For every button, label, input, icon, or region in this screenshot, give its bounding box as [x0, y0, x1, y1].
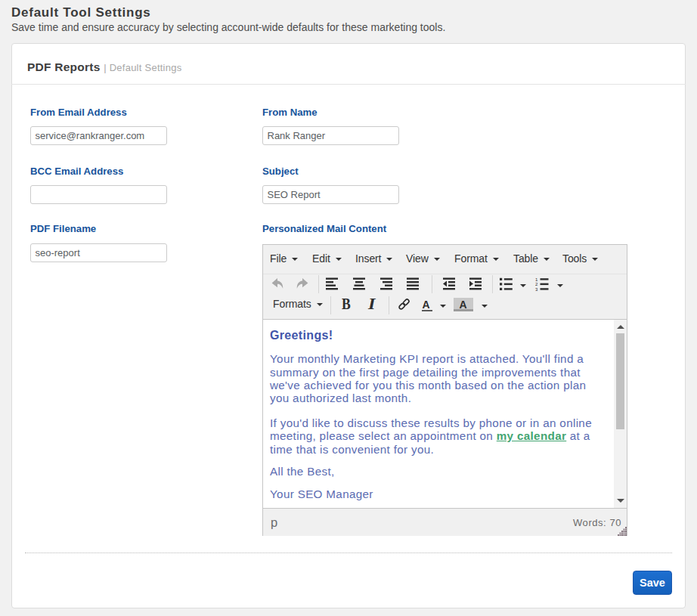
svg-text:1: 1: [535, 277, 538, 282]
svg-text:3: 3: [535, 287, 538, 291]
svg-text:2: 2: [535, 282, 538, 286]
